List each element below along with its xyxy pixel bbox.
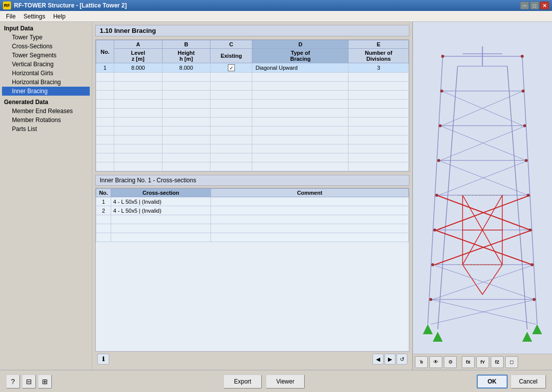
col-header-c: C [210,40,252,49]
view-frame-button[interactable]: ◻ [505,356,518,368]
svg-point-39 [521,55,524,58]
lower-table-row-empty-4[interactable] [96,224,409,233]
col-header-d: D [252,40,349,49]
3d-canvas[interactable] [413,22,552,354]
view-cursor-button[interactable]: 🖱 [415,356,428,368]
view-settings-button[interactable]: ⚙ [444,356,457,368]
content-area: 1.10 Inner Bracing No. A B C D E Levelz … [92,22,412,370]
table-row-empty-3[interactable] [96,82,409,91]
reload-button[interactable]: ↺ [396,354,407,365]
svg-point-41 [522,90,525,93]
lower-col-header-b: Comment [211,189,409,197]
lower-cell-cs-1: 4 - L 50x5 | (Invalid) [111,197,211,206]
menu-settings[interactable]: Settings [19,12,49,21]
maximize-button[interactable]: □ [530,1,539,9]
svg-point-46 [435,194,438,197]
sidebar-section-input: Input Data [2,24,90,33]
lower-cell-no-1: 1 [96,197,111,206]
lower-col-header-a: Cross-section [111,189,211,197]
cell-e-1: 3 [349,63,409,73]
menu-help[interactable]: Help [49,12,70,21]
sidebar: Input Data Tower Type Cross-Sections Tow… [0,22,92,370]
menu-file[interactable]: File [2,12,19,21]
bottom-right-buttons: OK Cancel [477,375,546,389]
ok-button[interactable]: OK [477,375,508,389]
navigation-buttons: ◀ ▶ ↺ [372,354,407,365]
minimize-button[interactable]: ─ [520,1,529,9]
lower-table: No. Cross-section Comment 1 4 - L 50x5 |… [96,188,409,242]
section-title: 1.10 Inner Bracing [95,25,409,36]
table-row-empty-5[interactable] [96,100,409,109]
col-subheader-d: Type ofBracing [252,49,349,63]
existing-checkbox[interactable]: ✓ [228,64,235,71]
prev-button[interactable]: ◀ [372,354,383,365]
lower-table-row-2[interactable]: 2 4 - L 50x5 | (Invalid) [96,206,409,215]
sidebar-item-member-end-releases[interactable]: Member End Releases [2,107,90,116]
restore-button[interactable]: ⊞ [38,375,52,389]
cell-d-1: Diagonal Upward [252,63,349,73]
lower-table-row-1[interactable]: 1 4 - L 50x5 | (Invalid) [96,197,409,206]
svg-point-52 [429,298,432,301]
table-row-empty-8[interactable] [96,127,409,135]
cell-c-1: ✓ [210,63,252,73]
sidebar-item-inner-bracing[interactable]: Inner Bracing [2,87,90,96]
col-subheader-e: Number ofDivisions [349,49,409,63]
svg-point-51 [531,263,534,266]
view-z-button[interactable]: fZ [491,356,504,368]
sidebar-item-horizontal-bracing[interactable]: Horizontal Bracing [2,78,90,87]
app-icon: RF [3,1,11,9]
lower-table-container: No. Cross-section Comment 1 4 - L 50x5 |… [95,188,409,352]
sidebar-item-member-rotations[interactable]: Member Rotations [2,116,90,125]
help-button[interactable]: ? [6,375,20,389]
col-header-a: A [114,40,162,49]
lower-section-title: Inner Bracing No. 1 - Cross-sections [95,175,409,186]
table-row-empty-10[interactable] [96,144,409,153]
info-button[interactable]: ℹ [97,354,109,365]
next-button[interactable]: ▶ [384,354,395,365]
table-row-empty-12[interactable] [96,162,409,171]
col-header-e: E [349,40,409,49]
3d-view-panel: 🖱 👁 ⚙ fX fY fZ ◻ [412,22,552,370]
export-button[interactable]: Export [223,375,262,389]
sidebar-item-vertical-bracing[interactable]: Vertical Bracing [2,60,90,69]
lower-cell-comment-1 [211,197,409,206]
bottom-bar: ? ⊟ ⊞ Export Viewer OK Cancel [0,370,552,392]
sidebar-item-cross-sections[interactable]: Cross-Sections [2,42,90,51]
table-row-empty-7[interactable] [96,118,409,127]
view-camera-button[interactable]: 👁 [429,356,442,368]
table-row-empty-11[interactable] [96,153,409,162]
table-row-empty-4[interactable] [96,91,409,100]
upper-table-container: No. A B C D E Levelz [m] Heighth [m] Exi… [95,39,409,172]
view-y-button[interactable]: fY [476,356,489,368]
sidebar-item-parts-list[interactable]: Parts List [2,125,90,133]
view-toolbar: 🖱 👁 ⚙ fX fY fZ ◻ [413,354,552,370]
table-row[interactable]: 1 8.000 8.000 ✓ Diagonal Upward 3 [96,63,409,73]
bottom-center-buttons: Export Viewer [223,375,305,389]
svg-point-45 [525,159,528,162]
lower-col-header-no: No. [96,189,111,197]
close-button[interactable]: ✕ [540,1,549,9]
menu-bar: File Settings Help [0,11,552,22]
cell-a-1: 8.000 [114,63,162,73]
svg-point-53 [533,298,536,301]
table-row-empty-9[interactable] [96,135,409,144]
sidebar-item-horizontal-girts[interactable]: Horizontal Girts [2,69,90,78]
svg-point-48 [433,229,436,232]
viewer-button[interactable]: Viewer [266,375,305,389]
bottom-left-buttons: ? ⊟ ⊞ [6,375,52,389]
lower-table-row-empty-3[interactable] [96,215,409,224]
sidebar-item-tower-type[interactable]: Tower Type [2,33,90,42]
svg-point-42 [439,124,442,127]
table-row-empty-2[interactable] [96,73,409,82]
col-header-b: B [162,40,210,49]
col-subheader-b: Heighth [m] [162,49,210,63]
sidebar-item-tower-segments[interactable]: Tower Segments [2,51,90,60]
svg-point-49 [529,229,532,232]
sidebar-section-generated: Generated Data [2,98,90,107]
tower-svg [413,22,552,354]
lower-table-row-empty-5[interactable] [96,233,409,242]
view-x-button[interactable]: fX [462,356,475,368]
minimize-window-button[interactable]: ⊟ [22,375,36,389]
cancel-button[interactable]: Cancel [511,375,546,389]
table-row-empty-6[interactable] [96,109,409,118]
